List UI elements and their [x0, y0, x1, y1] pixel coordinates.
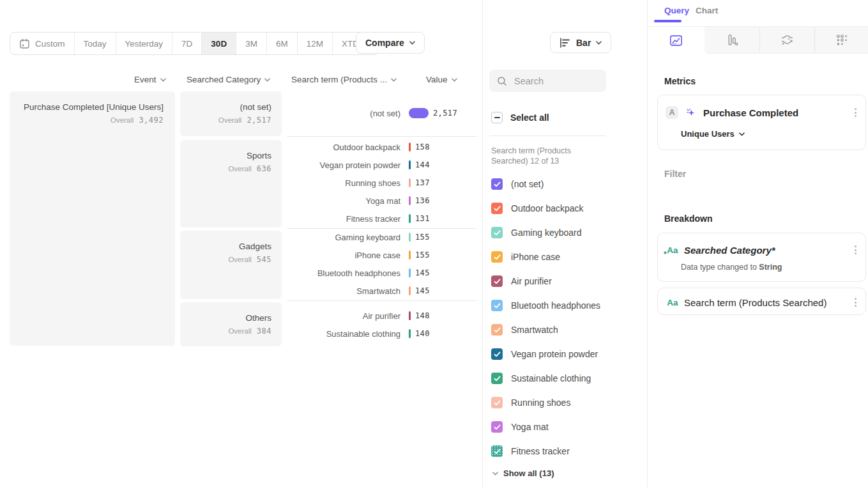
series-label: Running shoes: [511, 398, 570, 408]
bar-label: Yoga mat: [287, 196, 409, 206]
show-all-toggle[interactable]: Show all (13): [492, 468, 554, 478]
bar-row: Bluetooth headphones145: [287, 264, 479, 282]
bar[interactable]: [409, 311, 411, 320]
bar[interactable]: [409, 286, 411, 295]
legend-item[interactable]: Air purifier: [491, 269, 552, 293]
bar-row: Yoga mat136: [287, 192, 479, 210]
legend-item[interactable]: Sustainable clothing: [491, 366, 591, 390]
breakdown-property-name[interactable]: Search term (Products Searched): [684, 297, 826, 308]
breakdown-card[interactable]: Aa*Searched Category*Data type changed t…: [657, 233, 866, 282]
legend-item[interactable]: Gaming keyboard: [491, 220, 582, 245]
series-checkbox[interactable]: [491, 324, 503, 336]
select-all-label: Select all: [510, 112, 549, 123]
breakdown-card[interactable]: AaSearch term (Products Searched): [657, 288, 866, 315]
event-name: Purchase Completed [Unique Users]: [21, 102, 164, 113]
metric-event-name[interactable]: Purchase Completed: [703, 107, 798, 118]
bar[interactable]: [409, 251, 411, 259]
metrics-title: Metrics: [664, 76, 696, 86]
series-checkbox[interactable]: [491, 178, 503, 190]
legend-item[interactable]: (not set): [491, 172, 544, 196]
bar-row: (not set)2,517: [287, 104, 479, 122]
series-checkbox[interactable]: [491, 275, 503, 287]
category-cell: GadgetsOverall545: [180, 231, 282, 299]
tab-query[interactable]: Query: [664, 6, 689, 15]
bar-row: Outdoor backpack158: [287, 138, 479, 156]
date-range-7d[interactable]: 7D: [172, 33, 202, 54]
event-cell: Purchase Completed [Unique Users] Overal…: [10, 91, 175, 346]
breakdown-note: Data type changed to String: [681, 263, 782, 272]
metric-card[interactable]: A Purchase Completed Unique Users: [657, 95, 866, 150]
bar-row: Air purifier148: [287, 307, 479, 325]
series-checkbox[interactable]: [491, 227, 503, 238]
legend-item[interactable]: Vegan protein powder: [491, 342, 598, 366]
bar[interactable]: [409, 329, 411, 338]
series-checkbox[interactable]: [491, 421, 503, 433]
legend-item[interactable]: Smartwatch: [491, 318, 558, 342]
breakdown-menu-button[interactable]: [852, 295, 859, 309]
bar[interactable]: [409, 268, 411, 277]
divider: [287, 228, 476, 229]
series-checkbox[interactable]: [491, 445, 503, 457]
legend-item[interactable]: Fitness tracker: [491, 439, 570, 463]
legend-item[interactable]: Running shoes: [491, 390, 570, 415]
bar-value: 144: [415, 160, 430, 169]
date-range-30d[interactable]: 30D: [202, 33, 236, 54]
legend-item[interactable]: Outdoor backpack: [491, 196, 584, 220]
column-header-search-term[interactable]: Search term (Products ...: [291, 75, 397, 84]
series-checkbox[interactable]: [491, 397, 503, 408]
series-legend-panel: Select all Search term (Products Searche…: [482, 0, 647, 487]
column-header-value[interactable]: Value: [426, 75, 457, 84]
bar-row: Vegan protein powder144: [287, 156, 479, 174]
column-header-event[interactable]: Event: [134, 75, 166, 84]
series-checkbox[interactable]: [491, 203, 503, 214]
legend-search: [489, 70, 606, 92]
date-range-3m[interactable]: 3M: [236, 33, 267, 54]
bar-value: 155: [415, 251, 430, 259]
bar[interactable]: [409, 108, 429, 118]
series-label: Outdoor backpack: [511, 203, 584, 213]
report-tab-funnels[interactable]: [704, 27, 759, 54]
series-label: (not set): [511, 179, 544, 189]
bar-row: Sustainable clothing140: [287, 325, 479, 343]
series-label: Gaming keyboard: [511, 228, 582, 238]
breakdown-menu-button[interactable]: [852, 243, 859, 257]
bar[interactable]: [409, 196, 411, 205]
legend-item[interactable]: iPhone case: [491, 245, 560, 269]
breakdown-property-name[interactable]: Searched Category*: [684, 245, 775, 256]
date-range-12m[interactable]: 12M: [298, 33, 333, 54]
flows-icon: [780, 33, 794, 47]
bar-label: Vegan protein powder: [287, 160, 409, 170]
series-checkbox[interactable]: [491, 348, 503, 360]
date-range-6m[interactable]: 6M: [267, 33, 298, 54]
select-all-checkbox[interactable]: [491, 112, 503, 123]
report-tab-insights[interactable]: [648, 27, 704, 54]
bar[interactable]: [409, 214, 411, 223]
date-range-today[interactable]: Today: [75, 33, 116, 54]
select-all-row[interactable]: Select all: [491, 112, 549, 123]
series-checkbox[interactable]: [491, 251, 503, 263]
report-tab-flows[interactable]: [759, 27, 814, 54]
series-checkbox[interactable]: [491, 300, 503, 311]
report-type-tabs: [648, 26, 868, 53]
bar[interactable]: [409, 143, 411, 151]
bar-value: 145: [415, 286, 430, 295]
bar[interactable]: [409, 160, 411, 169]
bar[interactable]: [409, 178, 411, 187]
bar-value: 131: [415, 214, 430, 223]
column-header-searched-category[interactable]: Searched Category: [187, 75, 270, 84]
metric-menu-button[interactable]: [852, 105, 859, 120]
divider: [287, 136, 476, 137]
legend-item[interactable]: Bluetooth headphones: [491, 293, 600, 318]
bar[interactable]: [409, 233, 411, 242]
legend-item[interactable]: Yoga mat: [491, 415, 549, 439]
search-input[interactable]: [513, 75, 598, 87]
measure-dropdown[interactable]: Unique Users: [681, 129, 745, 139]
date-range-yesterday[interactable]: Yesterday: [116, 33, 173, 54]
compare-button[interactable]: Compare: [356, 32, 425, 54]
series-checkbox[interactable]: [491, 373, 503, 384]
date-range-custom[interactable]: Custom: [10, 33, 75, 54]
tab-chart[interactable]: Chart: [696, 6, 718, 15]
bar-value: 2,517: [433, 109, 457, 118]
report-tab-retention[interactable]: [814, 27, 868, 54]
bar-value: 140: [415, 329, 430, 338]
